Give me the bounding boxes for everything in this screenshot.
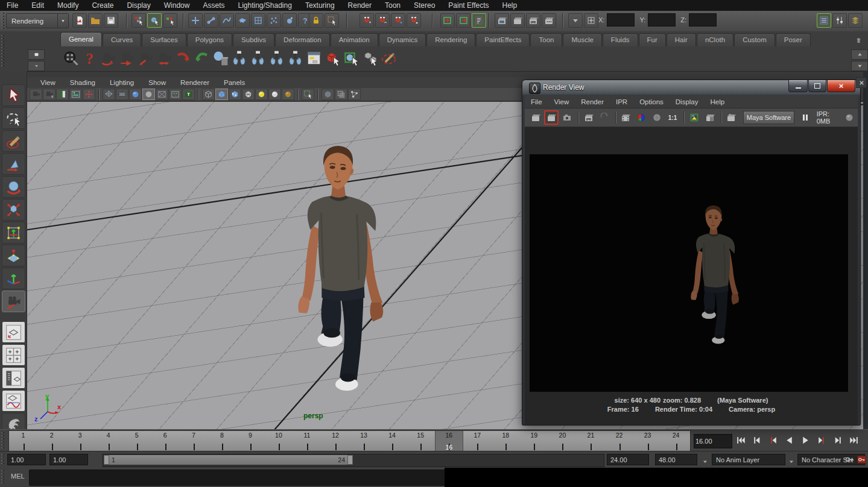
wireframe-icon[interactable]: [202, 89, 215, 100]
joint-pair-c-icon[interactable]: [267, 48, 286, 68]
rendered-image[interactable]: [530, 154, 848, 392]
scale-tool-icon[interactable]: [2, 199, 25, 221]
timeline-frame[interactable]: 3: [66, 431, 94, 451]
timeline-frame[interactable]: 6: [151, 431, 179, 451]
range-start-handle[interactable]: [104, 455, 109, 465]
mini-shelf-icon[interactable]: [28, 49, 45, 60]
panel-menu-item[interactable]: Lighting: [103, 79, 141, 86]
open-render-settings-icon[interactable]: [687, 110, 702, 125]
step-back-frame-icon[interactable]: [749, 433, 764, 448]
timeline-frame[interactable]: 13: [350, 431, 378, 451]
step-forward-frame-icon[interactable]: [830, 433, 846, 448]
undo-arrow-icon[interactable]: [174, 48, 192, 68]
timeline-frame[interactable]: 9: [236, 431, 264, 451]
mask-dynamics-icon[interactable]: [267, 13, 281, 28]
mask-surfaces-icon[interactable]: [235, 13, 250, 28]
character-model[interactable]: [279, 144, 399, 406]
render-view-menu-item[interactable]: File: [525, 98, 548, 105]
mask-rendering-icon[interactable]: [282, 13, 297, 28]
image-plane-icon[interactable]: [69, 89, 82, 100]
refresh-ipr-icon[interactable]: [597, 110, 612, 125]
sphere-frame-cursor-icon[interactable]: [342, 48, 361, 68]
timeline-ruler[interactable]: 1234567891011121314151616171819202122232…: [8, 430, 691, 452]
soft-modification-tool-icon[interactable]: [2, 245, 25, 266]
render-view-menu-item[interactable]: Render: [575, 98, 610, 105]
snap-point-icon[interactable]: [391, 13, 405, 28]
mel-label[interactable]: MEL: [11, 473, 25, 480]
lasso-select-tool-icon[interactable]: [2, 107, 25, 129]
character-set-select[interactable]: No Character Set: [797, 454, 865, 465]
step-forward-key-icon[interactable]: [814, 433, 829, 448]
mel-command-input[interactable]: [29, 470, 446, 486]
camera-pan-icon[interactable]: [118, 48, 136, 68]
move-tool-icon[interactable]: [2, 153, 25, 175]
menu-item[interactable]: Lighting/Shading: [231, 0, 298, 11]
shelf-tab[interactable]: nCloth: [697, 33, 733, 46]
menu-item[interactable]: Paint Effects: [442, 0, 495, 11]
current-time-field[interactable]: [694, 434, 732, 448]
render-current-frame-icon[interactable]: [510, 13, 525, 28]
menu-item[interactable]: Texturing: [299, 0, 341, 11]
go-to-end-icon[interactable]: [846, 433, 862, 448]
command-results-area[interactable]: [445, 468, 868, 487]
lock-selection-icon[interactable]: [309, 13, 323, 28]
rotate-tool-icon[interactable]: [2, 176, 25, 198]
universal-manipulator-icon[interactable]: [2, 222, 25, 244]
shelf-tab[interactable]: Subdivs: [233, 33, 274, 46]
playback-end-field[interactable]: [607, 454, 649, 465]
close-button[interactable]: ×: [827, 80, 855, 92]
remove-image-icon[interactable]: [703, 110, 717, 125]
shelf-tab[interactable]: Fluids: [603, 33, 638, 46]
panel-close-icon[interactable]: [856, 77, 867, 88]
ipr-ball-icon[interactable]: [842, 110, 857, 125]
rgb-channels-icon[interactable]: [634, 110, 648, 125]
xray-active-icon[interactable]: [335, 89, 347, 100]
show-manipulator-tool-icon[interactable]: [2, 268, 25, 289]
render-view-window[interactable]: Render View × FileViewRenderIPROptionsDi…: [522, 80, 861, 426]
menu-item[interactable]: Edit: [25, 0, 51, 11]
timeline-frame[interactable]: 5: [122, 431, 151, 451]
range-end-handle[interactable]: [347, 455, 353, 465]
cmdline-grip[interactable]: [1, 470, 5, 485]
menu-item[interactable]: Stereo: [407, 0, 442, 11]
smooth-shade-icon[interactable]: [215, 89, 228, 100]
shelf-grip[interactable]: [1, 35, 5, 68]
timeline-frame[interactable]: 24: [662, 431, 690, 451]
snap-plane-icon[interactable]: [407, 13, 421, 28]
timeline-frame[interactable]: 1616: [435, 431, 463, 451]
channel-box-icon[interactable]: [817, 13, 831, 28]
rangebar-grip[interactable]: [1, 454, 5, 466]
select-by-object-icon[interactable]: [147, 13, 162, 28]
shelf-trash-icon[interactable]: [852, 34, 865, 47]
isolate-select-icon[interactable]: [302, 89, 314, 100]
output-connections-icon[interactable]: [456, 13, 470, 28]
select-camera-icon[interactable]: [30, 89, 42, 100]
layout-persp-graph-icon[interactable]: [2, 390, 25, 412]
shelf-tab[interactable]: Custom: [734, 33, 775, 46]
render-view-menu-item[interactable]: Display: [670, 98, 705, 105]
auto-key-icon[interactable]: [857, 456, 867, 467]
render-view-menu-item[interactable]: IPR: [610, 98, 633, 105]
dropdown-icon[interactable]: [788, 456, 795, 467]
mask-joints-icon[interactable]: [204, 13, 218, 28]
menu-item[interactable]: Display: [120, 0, 157, 11]
alpha-channel-icon[interactable]: [650, 110, 664, 125]
go-to-start-icon[interactable]: [732, 433, 748, 448]
x-coordinate-input[interactable]: [607, 13, 635, 27]
character-set-dropdown[interactable]: [788, 456, 795, 462]
animation-end-field[interactable]: [655, 454, 697, 465]
one-to-one-icon[interactable]: 1:1: [665, 110, 680, 125]
camera-orbit-icon[interactable]: [99, 48, 118, 68]
input-connections-icon[interactable]: [440, 13, 455, 28]
shelf-up-icon[interactable]: [851, 49, 868, 60]
menu-item[interactable]: Assets: [196, 0, 231, 11]
step-back-key-icon[interactable]: [765, 433, 781, 448]
animation-start-field[interactable]: [7, 454, 46, 465]
timeline-frame[interactable]: 15: [407, 431, 435, 451]
renderer-select[interactable]: Maya Software: [743, 111, 794, 124]
open-render-view-icon[interactable]: [495, 13, 509, 28]
shelf-tab[interactable]: Dynamics: [379, 33, 426, 46]
film-magnifier-icon[interactable]: [62, 48, 80, 68]
ipr-render-icon[interactable]: IPR: [526, 13, 540, 28]
gray-cubes-cursor-icon[interactable]: [361, 48, 379, 68]
